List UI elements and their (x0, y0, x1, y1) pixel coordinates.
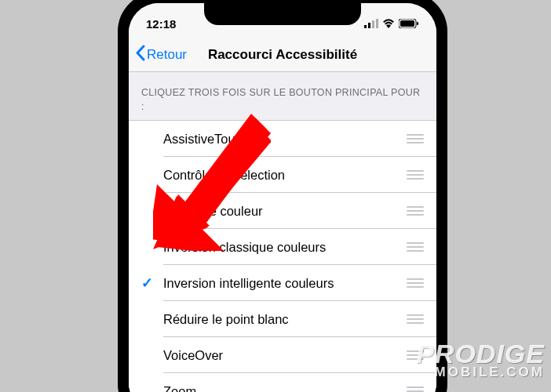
list-item[interactable]: Contrôle de sélection (129, 157, 436, 193)
page-title: Raccourci Accessibilité (208, 47, 357, 63)
list-item[interactable]: ✓Inversion intelligente couleurs (129, 265, 436, 301)
wifi-icon (382, 17, 395, 31)
chevron-left-icon (135, 45, 145, 65)
status-time: 12:18 (146, 11, 176, 31)
drag-handle-icon[interactable] (405, 387, 436, 392)
checkmark-icon: ✓ (141, 274, 163, 292)
list-item-label: Réduire le point blanc (163, 312, 405, 327)
battery-icon (399, 17, 419, 31)
notch (204, 3, 361, 25)
watermark-main: PRODIGE (416, 342, 545, 366)
list-item[interactable]: AssistiveTouch (129, 121, 436, 157)
svg-rect-0 (364, 25, 367, 28)
drag-handle-icon[interactable] (405, 242, 436, 252)
svg-rect-2 (372, 20, 374, 28)
back-button[interactable]: Retour (129, 45, 187, 65)
section-header: CLIQUEZ TROIS FOIS SUR LE BOUTON PRINCIP… (129, 72, 436, 120)
drag-handle-icon[interactable] (405, 206, 436, 216)
list-item-label: Filtres de couleur (163, 204, 405, 219)
svg-rect-5 (400, 20, 414, 27)
list-item-label: VoiceOver (163, 348, 405, 363)
accessibility-list: AssistiveTouchContrôle de sélectionFiltr… (129, 120, 436, 392)
watermark-sub: MOBILE.COM (416, 366, 545, 378)
svg-rect-1 (368, 23, 370, 28)
drag-handle-icon[interactable] (405, 170, 436, 180)
list-item-label: Inversion intelligente couleurs (163, 276, 405, 291)
watermark: PRODIGE MOBILE.COM (416, 342, 545, 378)
list-item[interactable]: Inversion classique couleurs (129, 229, 436, 265)
list-item-label: Zoom (163, 384, 405, 393)
svg-rect-6 (417, 22, 418, 25)
drag-handle-icon[interactable] (405, 278, 436, 288)
list-item[interactable]: Réduire le point blanc (129, 301, 436, 337)
list-item[interactable]: Filtres de couleur (129, 193, 436, 229)
status-icons (364, 11, 419, 31)
drag-handle-icon[interactable] (405, 314, 436, 324)
list-item-label: Contrôle de sélection (163, 168, 405, 183)
list-item-label: Inversion classique couleurs (163, 240, 405, 255)
list-item-label: AssistiveTouch (163, 132, 405, 147)
nav-bar: Retour Raccourci Accessibilité (129, 38, 436, 72)
svg-rect-3 (376, 19, 378, 28)
back-label: Retour (147, 47, 187, 63)
list-item[interactable]: Zoom (129, 373, 436, 392)
drag-handle-icon[interactable] (405, 134, 436, 143)
signal-icon (364, 17, 378, 31)
list-item[interactable]: VoiceOver (129, 337, 436, 373)
phone-screen: 12:18 Retour Raccourci Accessib (129, 3, 436, 392)
phone-frame: 12:18 Retour Raccourci Accessib (118, 0, 447, 392)
